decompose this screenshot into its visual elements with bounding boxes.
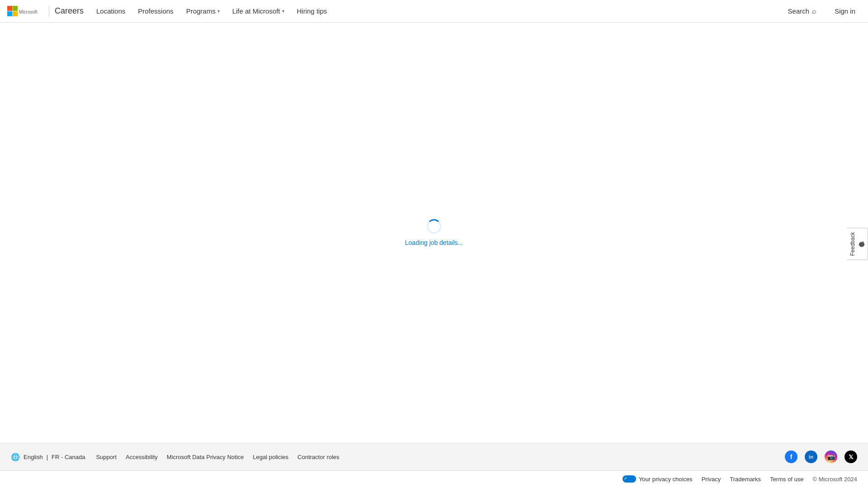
twitter-icon: 𝕏: [849, 454, 853, 460]
feedback-label: Feedback: [849, 232, 856, 256]
social-links: f in 📷 𝕏: [785, 450, 857, 463]
locale-language: English: [24, 454, 43, 460]
footer-links: Support Accessibility Microsoft Data Pri…: [96, 454, 339, 460]
footer-accessibility-link[interactable]: Accessibility: [126, 454, 158, 460]
loading-spinner: [427, 219, 441, 234]
header-divider: [49, 6, 49, 17]
search-button[interactable]: Search ⌕: [783, 4, 822, 19]
feedback-tab[interactable]: Feedback: [847, 228, 868, 260]
nav-life-at-microsoft[interactable]: Life at Microsoft ▾: [227, 1, 290, 21]
locale-separator: |: [47, 454, 48, 460]
nav-locations[interactable]: Locations: [91, 1, 131, 21]
privacy-choices-label: Your privacy choices: [639, 476, 693, 483]
loading-container: Loading job details...: [405, 219, 463, 246]
linkedin-icon: in: [809, 454, 813, 460]
facebook-link[interactable]: f: [785, 450, 797, 463]
life-at-ms-chevron-icon: ▾: [282, 9, 284, 14]
svg-text:Microsoft: Microsoft: [19, 9, 38, 14]
copyright-text: © Microsoft 2024: [813, 476, 857, 483]
loading-text: Loading job details...: [405, 239, 463, 246]
instagram-icon: 📷: [827, 453, 835, 460]
privacy-link[interactable]: Privacy: [702, 476, 721, 483]
privacy-toggle: [623, 475, 636, 483]
nav-hiring-tips[interactable]: Hiring tips: [292, 1, 333, 21]
footer-contractor-roles-link[interactable]: Contractor roles: [297, 454, 339, 460]
trademarks-link[interactable]: Trademarks: [730, 476, 761, 483]
facebook-icon: f: [790, 453, 793, 460]
svg-rect-0: [7, 6, 12, 11]
linkedin-link[interactable]: in: [805, 450, 817, 463]
microsoft-logo[interactable]: Microsoft: [7, 6, 43, 17]
footer-data-privacy-link[interactable]: Microsoft Data Privacy Notice: [167, 454, 244, 460]
globe-icon: 🌐: [11, 453, 20, 461]
main-nav: Locations Professions Programs ▾ Life at…: [91, 1, 332, 21]
nav-professions[interactable]: Professions: [132, 1, 179, 21]
twitter-link[interactable]: 𝕏: [844, 450, 857, 463]
search-label: Search: [788, 7, 810, 15]
main-content: Loading job details...: [0, 23, 868, 443]
programs-chevron-icon: ▾: [217, 9, 220, 14]
signin-button[interactable]: Sign in: [829, 4, 861, 19]
svg-rect-1: [13, 6, 18, 11]
svg-rect-3: [13, 11, 18, 16]
locale-selector[interactable]: 🌐 English | FR - Canada: [11, 453, 85, 461]
logo-area: Microsoft: [7, 6, 43, 17]
terms-of-use-link[interactable]: Terms of use: [770, 476, 803, 483]
instagram-link[interactable]: 📷: [825, 450, 837, 463]
site-header: Microsoft Careers Locations Professions …: [0, 0, 868, 23]
footer-top: 🌐 English | FR - Canada Support Accessib…: [0, 443, 868, 470]
feedback-icon: [859, 241, 865, 247]
privacy-choices-button[interactable]: Your privacy choices: [623, 475, 693, 483]
search-icon: ⌕: [812, 7, 816, 15]
site-brand[interactable]: Careers: [55, 6, 84, 16]
locale-region: FR - Canada: [52, 454, 85, 460]
footer-bottom: Your privacy choices Privacy Trademarks …: [0, 470, 868, 487]
svg-rect-2: [7, 11, 12, 16]
footer-support-link[interactable]: Support: [96, 454, 117, 460]
nav-programs[interactable]: Programs ▾: [181, 1, 225, 21]
site-footer: 🌐 English | FR - Canada Support Accessib…: [0, 443, 868, 487]
privacy-toggle-icon: [623, 475, 636, 483]
footer-legal-policies-link[interactable]: Legal policies: [253, 454, 288, 460]
header-right: Search ⌕ Sign in: [783, 4, 861, 19]
